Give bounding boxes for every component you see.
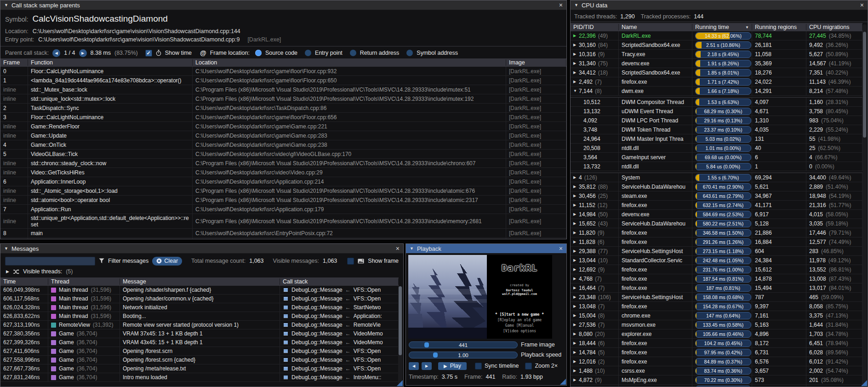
col-name[interactable]: Name — [619, 24, 692, 30]
messages-table-header[interactable]: Time Thread Message Call stack — [0, 277, 399, 286]
col-time[interactable]: Time — [0, 278, 48, 285]
table-row[interactable]: 6Application::InnerLoopC:\Users\wolf\Des… — [0, 177, 566, 186]
tree-expand-icon[interactable]: ▶ — [573, 249, 579, 253]
table-row[interactable]: 627,380,356nsGame(36,704)VRAM 37x45: 13 … — [0, 329, 399, 338]
table-row[interactable]: 606,049,398nsMain thread(31,596)Opening … — [0, 286, 399, 295]
col-cpu-migrations[interactable]: CPU migrations — [806, 24, 862, 30]
tree-expand-icon[interactable]: ▶ — [573, 52, 579, 56]
table-row[interactable]: ▶14,784(5)firefox.exe97.95 ms (0.42%)6,7… — [571, 348, 862, 357]
tree-expand-icon[interactable]: ▼ — [573, 89, 579, 93]
messages-scrollbar-track[interactable] — [398, 286, 402, 385]
table-row[interactable]: 1<lambda_84a19dc444fae966ca174e83e708bdc… — [0, 76, 566, 85]
close-icon[interactable]: × — [860, 2, 864, 8]
table-row[interactable]: 627,831,246nsGame(36,704)Intro menu load… — [0, 373, 399, 382]
cpu-titlebar[interactable]: ▼ CPU data × — [571, 0, 868, 10]
tree-expand-icon[interactable]: ▶ — [573, 70, 579, 75]
table-row[interactable]: 3Floor::CalcLightNoLuminanceC:\Users\wol… — [0, 113, 566, 122]
col-location[interactable]: Location — [193, 59, 506, 66]
table-row[interactable]: ▶15,652(43)ServiceHub.DataWarehou580.22 … — [571, 219, 862, 228]
collapse-icon[interactable]: ▼ — [4, 3, 8, 7]
tree-expand-icon[interactable]: ▶ — [573, 267, 579, 271]
playback-speed-slider[interactable]: 1.00 — [409, 352, 518, 358]
zoom-2x-checkbox[interactable] — [525, 363, 532, 370]
tree-expand-icon[interactable]: ▶ — [573, 258, 579, 262]
table-row[interactable]: ▶23,348(106)ServiceHub.SettingsHost158.0… — [571, 293, 862, 302]
table-row[interactable]: ▶16,464(7)firefox.exe187 ms (0.81%)15,49… — [571, 283, 862, 293]
callstack-table-header[interactable]: Frame Function Location Image — [0, 58, 566, 67]
tree-expand-icon[interactable]: ▶ — [573, 194, 579, 198]
tree-expand-icon[interactable]: ▶ — [573, 203, 579, 207]
tree-expand-icon[interactable]: ▶ — [573, 341, 579, 345]
next-stack-button[interactable]: ▶ — [79, 49, 87, 57]
table-row[interactable]: ▶14,984(50)devenv.exe584.69 ms (2.53%)6,… — [571, 210, 862, 219]
tree-expand-icon[interactable]: ▶ — [573, 350, 579, 354]
table-row[interactable]: ▶11,828(6)firefox.exe291.26 ms (1.26%)16… — [571, 237, 862, 247]
show-frame-checkbox[interactable] — [347, 258, 354, 265]
table-row[interactable]: 7Application::RunC:\Users\wolf\Desktop\d… — [0, 205, 566, 214]
callstack-list-icon[interactable] — [283, 348, 289, 354]
table-row[interactable]: 627,558,996nsGame(36,704)Opening /forest… — [0, 356, 399, 364]
table-row[interactable]: inlineGame::RenderFloorC:\Users\wolf\Des… — [0, 122, 566, 131]
table-row[interactable]: ▶27,536(7)msvsmon.exe133.45 ms (0.58%)5,… — [571, 320, 862, 329]
table-row[interactable]: ▶29,388(77)ServiceHub.SettingsHost273.15… — [571, 247, 862, 256]
table-row[interactable]: inlinestd::atomic<bool>::operator boolC:… — [0, 196, 566, 205]
tree-expand-icon[interactable]: ▶ — [573, 332, 579, 336]
callstack-list-icon[interactable] — [283, 305, 289, 310]
table-row[interactable]: ▶2,492(7)firefox.exe1.71 s (7.42%)24,022… — [571, 77, 862, 87]
tree-expand-icon[interactable]: ▶ — [573, 304, 579, 308]
table-row[interactable]: inlinestd::chrono::steady_clock::nowC:\P… — [0, 159, 566, 168]
cpu-table-header[interactable]: PID/TID Name Running time ▼ Running regi… — [571, 23, 862, 31]
table-row[interactable]: ▶35,812(88)ServiceHub.DataWarehou670.41 … — [571, 182, 862, 191]
radio-symbol-address[interactable] — [406, 50, 413, 56]
tree-expand-icon[interactable]: ▶ — [573, 369, 579, 373]
tree-expand-icon[interactable]: ▶ — [573, 240, 579, 244]
callstack-list-icon[interactable] — [283, 340, 289, 345]
table-row[interactable]: 4Game::OnTickC:\Users\wolf\Desktop\darkr… — [0, 140, 566, 150]
tree-expand-icon[interactable]: ▶ — [573, 212, 579, 216]
col-image[interactable]: Image — [506, 59, 566, 66]
table-row[interactable]: ▶4,768(7)firefox.exe187.54 ms (0.81%)14,… — [571, 274, 862, 283]
tree-expand-icon[interactable]: ▶ — [573, 313, 579, 318]
callstack-list-icon[interactable] — [283, 366, 289, 371]
col-thread[interactable]: Thread — [48, 278, 120, 285]
table-row[interactable]: ▶12,692(9)firefox.exe231.76 ms (1.00%)15… — [571, 265, 862, 274]
table-row[interactable]: inlineVideo::GetTicksHiResC:\Users\wolf\… — [0, 168, 566, 177]
table-row[interactable]: inlinestd::_Mutex_base::lockC:\Program F… — [0, 85, 566, 94]
table-row[interactable]: ▶15,004(8)chrome.exe147 ms (0.64%)7,1613… — [571, 311, 862, 320]
play-button[interactable]: ▶ Play — [438, 362, 467, 370]
table-row[interactable]: 626,024,328nsMain thread(31,596)Network … — [0, 303, 399, 312]
table-row[interactable]: inlinestd::unique_ptr<Application,std::d… — [0, 214, 566, 229]
table-row[interactable]: ▶12,016(2)firefox.exe84.89 ms (0.37%)6,5… — [571, 357, 862, 366]
messages-titlebar[interactable]: ▼ Messages × — [0, 244, 403, 254]
table-row[interactable]: 627,313,190nsRemoteView(31,392)Remote vi… — [0, 321, 399, 329]
sync-timeline-checkbox[interactable] — [475, 363, 482, 370]
tree-expand-icon[interactable]: ▶ — [573, 295, 579, 299]
cpu-scrollbar-track[interactable] — [862, 24, 867, 385]
table-row[interactable]: 10,512DWM Compositor Thread1.53 s (6.63%… — [571, 98, 862, 107]
table-row[interactable]: inlinestd::unique_lock<std::mutex>::lock… — [0, 94, 566, 104]
table-row[interactable]: 5VideoGLBase::TickC:\Users\wolf\Desktop\… — [0, 150, 566, 159]
table-row[interactable]: 627,399,326nsGame(36,704)VRAM 43x45: 15 … — [0, 338, 399, 347]
table-row[interactable]: ▶1,488(10)csrss.exe83.74 ms (0.36%)3,657… — [571, 366, 862, 375]
radio-source-code[interactable] — [255, 50, 262, 56]
col-callstack[interactable]: Call stack — [280, 278, 399, 285]
frame-image-slider[interactable]: 441 — [409, 341, 518, 348]
table-row[interactable]: ▶8,080(20)explorer.exe105.66 ms (0.46%)4… — [571, 329, 862, 339]
messages-scrollbar-handle[interactable] — [399, 286, 402, 355]
table-row[interactable]: inlinestd::_Atomic_storage<bool,1>::load… — [0, 186, 566, 196]
table-row[interactable]: inlineinvoke_maind:\agent\_work\63\s\src… — [0, 238, 566, 239]
col-running-regions[interactable]: Running regions — [752, 24, 806, 30]
table-row[interactable]: ▶13,048(7)firefox.exe154.28 ms (0.67%)9,… — [571, 302, 862, 311]
table-row[interactable]: 626,833,622nsMain thread(31,596)Booting.… — [0, 312, 399, 321]
table-row[interactable]: ▶34,412(18)ScriptedSandbox64.exe1.85 s (… — [571, 68, 862, 77]
table-row[interactable]: inlineGame::UpdateC:\Users\wolf\Desktop\… — [0, 131, 566, 140]
clear-button[interactable]: Clear — [152, 257, 182, 266]
radio-entry-point[interactable] — [305, 50, 311, 56]
callstack-list-icon[interactable] — [283, 296, 289, 301]
prev-frame-button[interactable]: ◀ — [409, 362, 419, 370]
table-row[interactable]: 3,748DWM Token Thread23.37 ms (0.10%)4,0… — [571, 125, 862, 134]
table-row[interactable]: ▶11,820(9)firefox.exe346.58 ms (1.50%)21… — [571, 228, 862, 237]
callstack-list-icon[interactable] — [283, 331, 289, 336]
tree-expand-icon[interactable]: ▶ — [573, 323, 579, 327]
tree-expand-icon[interactable]: ▶ — [573, 43, 579, 47]
